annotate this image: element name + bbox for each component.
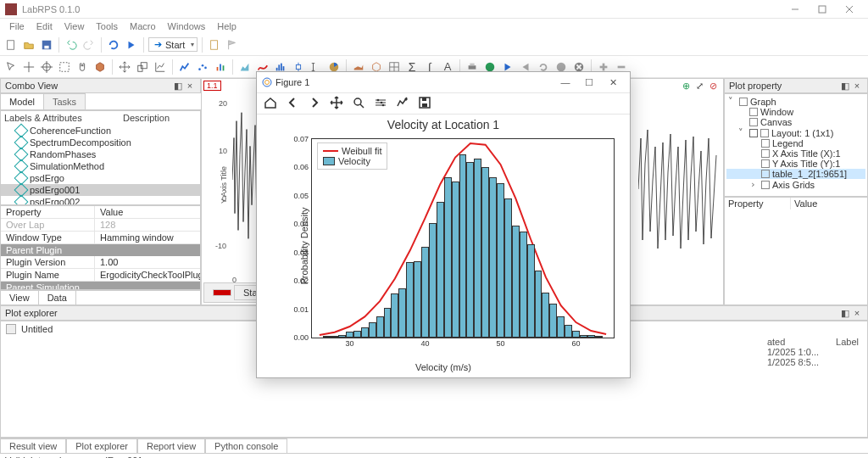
hist-bar <box>557 316 565 338</box>
menu-windows[interactable]: Windows <box>162 21 212 31</box>
ytick-label: 0.01 <box>293 305 312 314</box>
mpl-zoom-icon[interactable] <box>352 96 365 111</box>
mpl-save-icon[interactable] <box>418 96 431 111</box>
cube-icon[interactable] <box>92 59 108 75</box>
crosshair-icon[interactable] <box>21 59 36 75</box>
hist-bar <box>414 261 421 338</box>
mpl-subplots-icon[interactable] <box>374 96 387 111</box>
svg-rect-6 <box>44 45 48 48</box>
menu-view[interactable]: View <box>58 21 91 31</box>
plot-badge: 1.1 <box>203 81 221 91</box>
doc-icon[interactable] <box>207 37 222 53</box>
hist-bar <box>406 262 414 338</box>
target-icon[interactable] <box>39 59 54 75</box>
minimize-button[interactable] <box>782 0 809 19</box>
menu-tools[interactable]: Tools <box>90 21 124 31</box>
undo-icon[interactable] <box>64 37 79 53</box>
menu-file[interactable]: File <box>3 21 31 31</box>
mpl-back-icon[interactable] <box>286 96 299 111</box>
hist-bar <box>466 162 474 338</box>
hist-bar <box>520 232 527 338</box>
save-icon[interactable] <box>39 37 54 53</box>
mpl-pan-icon[interactable] <box>330 96 343 111</box>
panel-float-icon[interactable]: ◧ <box>839 81 851 92</box>
graph-tree-item[interactable]: Legend <box>726 138 865 148</box>
svg-point-47 <box>265 81 270 85</box>
tree-node[interactable]: CoherenceFunction <box>1 125 200 137</box>
data-tab[interactable]: Data <box>39 291 76 304</box>
graph-tree-item[interactable]: table_1_2[1:9651] <box>726 169 865 179</box>
panel-float-icon[interactable]: ◧ <box>172 81 184 92</box>
svg-rect-20 <box>220 64 221 70</box>
tab-tasks[interactable]: Tasks <box>43 93 86 109</box>
scale-icon[interactable] <box>135 59 150 75</box>
svg-rect-58 <box>422 98 426 101</box>
tab-python-console[interactable]: Python console <box>205 438 287 453</box>
mpl-forward-icon[interactable] <box>308 96 321 111</box>
line-chart-icon[interactable] <box>177 59 192 75</box>
figure-window: Figure 1 — ☐ ✕ Velocity at Location 1 Pr… <box>256 71 631 378</box>
axes-add-icon[interactable]: ⊕ <box>682 81 694 92</box>
hand-icon[interactable] <box>75 59 90 75</box>
move-icon[interactable] <box>117 59 132 75</box>
new-icon[interactable] <box>3 37 19 53</box>
record-dot-icon <box>213 289 231 296</box>
axes-fullscreen-icon[interactable]: ⤢ <box>696 81 708 92</box>
background-series-right <box>638 104 718 274</box>
graph-tree-item[interactable]: ›Axis Grids <box>726 179 865 190</box>
graph-tree-item[interactable]: ˅Layout: 1 (1x1) <box>726 127 865 138</box>
tab-model[interactable]: Model <box>0 93 44 109</box>
play-macro-icon[interactable] <box>124 37 139 53</box>
svg-rect-22 <box>276 67 278 70</box>
redo-icon[interactable] <box>81 37 97 53</box>
tab-plot-explorer[interactable]: Plot explorer <box>66 438 137 453</box>
zoom-select-icon[interactable] <box>57 59 72 75</box>
hist-bar <box>549 304 557 338</box>
flag-icon[interactable] <box>225 37 240 53</box>
maximize-button[interactable] <box>809 0 836 19</box>
mpl-edit-icon[interactable] <box>396 96 409 111</box>
plot-explorer-item[interactable]: Untitled <box>21 324 53 334</box>
tab-result-view[interactable]: Result view <box>0 438 66 453</box>
hist-bar <box>542 293 549 338</box>
graph-tree-item[interactable]: ˅Graph <box>726 96 865 107</box>
graph-tree-item[interactable]: X Axis Title (X):1 <box>726 148 865 159</box>
graph-tree-item[interactable]: Y Axis Title (Y):1 <box>726 159 865 169</box>
axes-remove-icon[interactable]: ⊘ <box>709 81 721 92</box>
graph-tree-item[interactable]: Canvas <box>726 117 865 127</box>
panel-float-icon[interactable]: ◧ <box>839 308 851 319</box>
menu-edit[interactable]: Edit <box>31 21 58 31</box>
fig-minimize-button[interactable]: — <box>554 77 577 87</box>
start-dropdown[interactable]: ➔ Start <box>148 37 198 52</box>
tree-node[interactable]: psdErgo <box>1 172 200 184</box>
fig-close-button[interactable]: ✕ <box>601 77 625 88</box>
bar-chart-icon[interactable] <box>213 59 228 75</box>
tree-node[interactable]: RandomPhases <box>1 148 200 160</box>
panel-close-icon[interactable]: × <box>851 308 863 318</box>
fig-maximize-button[interactable]: ☐ <box>577 77 601 88</box>
ytick-label: 0.00 <box>293 333 312 342</box>
graph-tree-item[interactable]: Window <box>726 107 865 117</box>
tab-report-view[interactable]: Report view <box>137 438 205 453</box>
autoscale-icon[interactable] <box>153 59 168 75</box>
mpl-home-icon[interactable] <box>264 96 277 111</box>
ytick-label: 0.03 <box>293 249 312 257</box>
tree-node[interactable]: SimulationMethod <box>1 160 200 172</box>
pointer-icon[interactable] <box>3 59 19 75</box>
layer-icon <box>761 159 770 168</box>
open-icon[interactable] <box>21 37 36 53</box>
tree-node[interactable]: psdErgo002 <box>1 196 200 205</box>
tree-node[interactable]: psdErgo001 <box>1 184 200 196</box>
close-button[interactable] <box>836 0 863 19</box>
panel-close-icon[interactable]: × <box>184 81 196 91</box>
refresh-icon[interactable] <box>106 37 121 53</box>
hist-bar <box>398 288 406 338</box>
menu-help[interactable]: Help <box>211 21 242 31</box>
view-tab[interactable]: View <box>1 291 39 304</box>
menu-macro[interactable]: Macro <box>124 21 162 31</box>
area-chart-icon[interactable] <box>237 59 253 75</box>
scatter-chart-icon[interactable] <box>195 59 210 75</box>
ytick-label: 0.05 <box>293 192 312 200</box>
panel-close-icon[interactable]: × <box>851 81 863 91</box>
tree-node[interactable]: SpectrumDecomposition <box>1 137 200 148</box>
